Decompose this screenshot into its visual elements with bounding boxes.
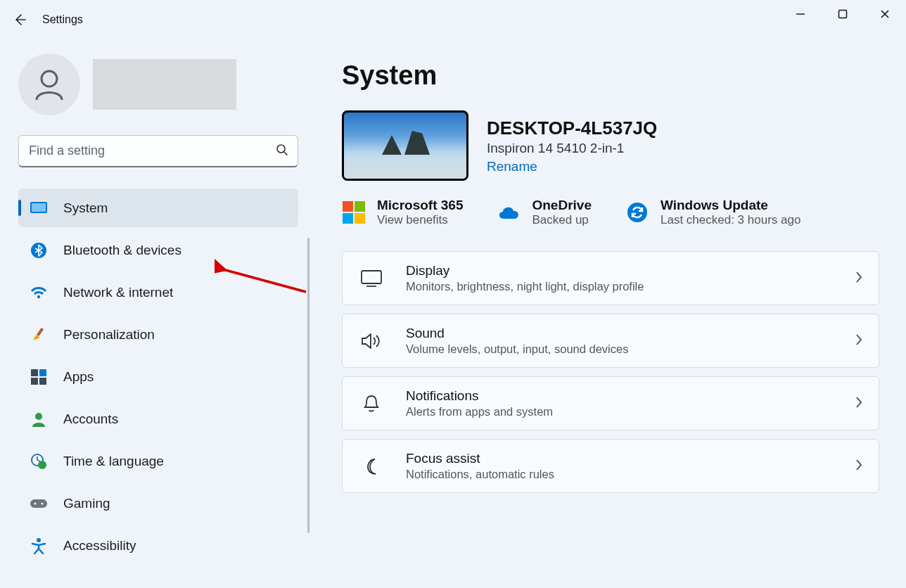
bell-icon: [358, 394, 385, 414]
svg-point-8: [37, 295, 40, 298]
chevron-right-icon: [855, 459, 863, 474]
window-controls: [779, 0, 906, 28]
back-arrow-icon: [13, 13, 27, 27]
svg-point-2: [42, 71, 57, 87]
card-subtitle: Notifications, automatic rules: [406, 468, 554, 481]
microsoft-logo-icon: [342, 200, 366, 224]
rename-link[interactable]: Rename: [487, 159, 657, 174]
card-title: Focus assist: [406, 451, 554, 466]
sidebar: System Bluetooth & devices Network & int…: [0, 39, 310, 588]
maximize-button[interactable]: [822, 0, 864, 28]
minimize-icon: [796, 9, 805, 19]
wifi-icon: [30, 283, 48, 302]
search-input[interactable]: [18, 135, 298, 167]
sidebar-item-bluetooth[interactable]: Bluetooth & devices: [18, 231, 298, 269]
card-subtitle: Monitors, brightness, night light, displ…: [406, 280, 644, 293]
sidebar-item-label: Accessibility: [63, 538, 136, 554]
gamepad-icon: [30, 494, 48, 513]
clock-globe-icon: [30, 452, 48, 471]
svg-rect-1: [839, 11, 847, 18]
svg-line-4: [284, 152, 288, 155]
chevron-right-icon: [855, 271, 863, 286]
bluetooth-icon: [30, 241, 48, 260]
svg-rect-13: [39, 378, 46, 385]
status-onedrive[interactable]: OneDrive Backed up: [497, 198, 591, 227]
settings-card-notifications[interactable]: Notifications Alerts from apps and syste…: [342, 376, 879, 430]
sidebar-item-personalization[interactable]: Personalization: [18, 315, 298, 354]
paintbrush-icon: [30, 326, 48, 344]
search-icon: [276, 143, 288, 159]
user-name-redacted: [93, 59, 236, 110]
title-bar: Settings: [0, 0, 906, 39]
card-subtitle: Volume levels, output, input, sound devi…: [406, 343, 628, 356]
app-title: Settings: [42, 13, 83, 26]
system-icon: [30, 199, 48, 217]
svg-rect-22: [362, 271, 381, 283]
settings-card-display[interactable]: Display Monitors, brightness, night ligh…: [342, 251, 879, 305]
profile-block[interactable]: [18, 53, 297, 115]
status-title: Windows Update: [661, 198, 800, 213]
update-icon: [625, 200, 649, 224]
device-info: DESKTOP-4L537JQ Inspiron 14 5410 2-in-1 …: [342, 110, 881, 181]
svg-rect-11: [39, 369, 46, 376]
sidebar-scrollbar[interactable]: [307, 238, 310, 533]
sidebar-item-label: Gaming: [63, 496, 110, 511]
status-sub: Backed up: [532, 213, 591, 227]
sidebar-item-label: Network & internet: [63, 285, 173, 300]
sidebar-item-time-language[interactable]: Time & language: [18, 442, 298, 480]
moon-icon: [358, 457, 385, 475]
card-title: Notifications: [406, 388, 553, 404]
accessibility-icon: [30, 537, 48, 555]
sidebar-item-apps[interactable]: Apps: [18, 357, 298, 396]
status-ms365[interactable]: Microsoft 365 View benefits: [342, 198, 463, 227]
sidebar-item-label: Personalization: [63, 327, 155, 343]
settings-card-focus-assist[interactable]: Focus assist Notifications, automatic ru…: [342, 439, 879, 493]
status-row: Microsoft 365 View benefits OneDrive Bac…: [342, 198, 881, 227]
apps-icon: [30, 368, 48, 386]
cloud-icon: [497, 200, 521, 224]
device-name: DESKTOP-4L537JQ: [487, 117, 657, 139]
svg-point-18: [34, 502, 37, 504]
sidebar-item-system[interactable]: System: [18, 188, 298, 227]
svg-rect-17: [30, 499, 47, 508]
page-title: System: [342, 60, 881, 91]
search-box[interactable]: [18, 135, 298, 167]
status-windows-update[interactable]: Windows Update Last checked: 3 hours ago: [625, 198, 800, 227]
settings-card-sound[interactable]: Sound Volume levels, output, input, soun…: [342, 314, 879, 368]
sidebar-item-label: Accounts: [63, 411, 118, 427]
back-button[interactable]: [6, 6, 34, 34]
sidebar-item-accessibility[interactable]: Accessibility: [18, 526, 298, 565]
sidebar-item-label: Bluetooth & devices: [63, 243, 181, 258]
svg-point-20: [37, 538, 41, 542]
svg-rect-9: [37, 327, 44, 335]
card-title: Display: [406, 263, 644, 279]
sidebar-item-network[interactable]: Network & internet: [18, 273, 298, 312]
card-title: Sound: [406, 326, 628, 341]
svg-point-19: [42, 502, 44, 504]
display-icon: [358, 270, 385, 287]
sidebar-item-gaming[interactable]: Gaming: [18, 484, 298, 523]
nav-list: System Bluetooth & devices Network & int…: [18, 188, 298, 565]
maximize-icon: [838, 9, 848, 19]
close-button[interactable]: [864, 0, 906, 28]
chevron-right-icon: [855, 333, 863, 349]
device-model: Inspiron 14 5410 2-in-1: [487, 141, 657, 156]
svg-rect-6: [32, 203, 46, 212]
status-sub: View benefits: [377, 213, 463, 227]
status-title: OneDrive: [532, 198, 591, 213]
sidebar-item-accounts[interactable]: Accounts: [18, 400, 298, 438]
accounts-icon: [30, 410, 48, 428]
sound-icon: [358, 332, 385, 350]
svg-point-16: [38, 461, 46, 469]
minimize-button[interactable]: [779, 0, 822, 28]
person-icon: [31, 66, 68, 103]
chevron-right-icon: [855, 396, 863, 411]
main-content: System DESKTOP-4L537JQ Inspiron 14 5410 …: [310, 39, 906, 588]
svg-point-21: [627, 203, 647, 222]
avatar: [18, 53, 80, 115]
svg-point-3: [277, 145, 285, 153]
status-sub: Last checked: 3 hours ago: [661, 213, 800, 227]
sidebar-item-label: Apps: [63, 369, 94, 385]
svg-rect-12: [31, 378, 38, 385]
device-thumbnail[interactable]: [342, 110, 468, 181]
